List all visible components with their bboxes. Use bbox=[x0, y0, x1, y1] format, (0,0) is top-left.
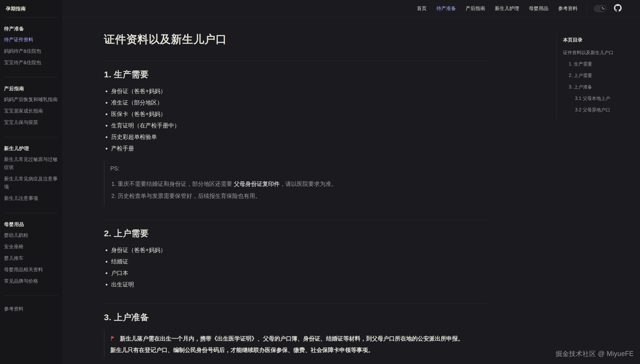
sidebar: 孕期指南 待产准备 待产证件资料 妈妈待产&住院包 宝宝待产&住院包 产后指南 … bbox=[0, 0, 62, 364]
sidebar-item-formula[interactable]: 婴幼儿奶粉 bbox=[4, 230, 58, 241]
toc-link-section-1[interactable]: 1. 生产需要 bbox=[563, 58, 628, 70]
ps-label: PS: bbox=[110, 164, 487, 173]
section-heading-2: 2. 上户需要 bbox=[104, 220, 487, 239]
sidebar-group-title: 母婴用品 bbox=[4, 221, 58, 229]
sidebar-group-title: 待产准备 bbox=[4, 25, 58, 33]
flag-quote-text: 新生儿落户需在出生一个月内，携带《出生医学证明》、父母的户口簿、身份证、结婚证等… bbox=[110, 333, 487, 355]
list-item: 历史彩超单检验单 bbox=[111, 133, 487, 141]
sidebar-item-documents[interactable]: 待产证件资料 bbox=[4, 34, 58, 46]
sidebar-item-product-resources[interactable]: 母婴用品相关资料 bbox=[4, 264, 58, 276]
section-heading-3: 3. 上户准备 bbox=[104, 304, 487, 323]
navbar: 首页 待产准备 产后指南 新生儿护理 母婴用品 参考资料 bbox=[62, 0, 640, 17]
note-strong-text: 父母身份证复印件 bbox=[234, 181, 280, 187]
ps-blockquote: PS: 重庆不需要结婚证和身份证，部分地区还需要 父母身份证复印件，请以医院要求… bbox=[104, 161, 487, 205]
list-item: 户口本 bbox=[111, 269, 487, 277]
list-item: 准生证（部分地区） bbox=[111, 98, 487, 107]
nav-divider bbox=[587, 5, 587, 12]
watermark: 掘金技术社区 @ MiyueFE bbox=[556, 349, 634, 358]
registration-needs-list: 身份证（爸爸+妈妈） 结婚证 户口本 出生证明 bbox=[104, 246, 487, 289]
list-item: 产检手册 bbox=[111, 144, 487, 153]
toc-link-section-3-2[interactable]: 3.2 父母异地户口 bbox=[563, 104, 628, 116]
sidebar-group-references: 参考资料 bbox=[4, 296, 58, 322]
sidebar-item-stroller[interactable]: 婴儿推车 bbox=[4, 253, 58, 264]
sidebar-nav: 待产准备 待产证件资料 妈妈待产&住院包 宝宝待产&住院包 产后指南 妈妈产后恢… bbox=[0, 17, 62, 322]
sidebar-item-mom-hospital-bag[interactable]: 妈妈待产&住院包 bbox=[4, 46, 58, 57]
doc-content: 证件资料以及新生儿户口 1. 生产需要 身份证（爸爸+妈妈） 准生证（部分地区）… bbox=[104, 17, 487, 364]
quote-line: 新生儿只有在登记户口、编制公民身份号码后，才能继续联办医保参保、缴费、社会保障卡… bbox=[110, 347, 374, 353]
page-outline: 本页目录 证件资料以及新生儿户口 1. 生产需要 2. 上户需要 3. 上户准备… bbox=[556, 34, 628, 119]
moon-icon bbox=[601, 6, 605, 11]
nav-link-postpartum[interactable]: 产后指南 bbox=[466, 5, 485, 12]
sidebar-item-references[interactable]: 参考资料 bbox=[4, 303, 58, 315]
sidebar-item-diseases[interactable]: 新生儿常见病症及注意事项 bbox=[4, 173, 58, 193]
nav-link-prenatal[interactable]: 待产准备 bbox=[436, 5, 456, 12]
birth-needs-list: 身份证（爸爸+妈妈） 准生证（部分地区） 医保卡（爸爸+妈妈） 生育证明（在产检… bbox=[104, 87, 487, 153]
github-link[interactable] bbox=[614, 4, 622, 13]
list-item: 生育证明（在产检手册中） bbox=[111, 121, 487, 130]
note-text: ，请以医院要求为准。 bbox=[280, 181, 337, 187]
sidebar-item-baby-hospital-bag[interactable]: 宝宝待产&住院包 bbox=[4, 57, 58, 68]
list-item: 重庆不需要结婚证和身份证，部分地区还需要 父母身份证复印件，请以医院要求为准。 bbox=[118, 180, 487, 188]
sidebar-item-baby-growth[interactable]: 宝宝居家成长指南 bbox=[4, 105, 58, 117]
sidebar-group-title: 新生儿护理 bbox=[4, 145, 58, 153]
sidebar-group-title: 产后指南 bbox=[4, 85, 58, 93]
outline-title: 本页目录 bbox=[563, 36, 628, 44]
list-item: 医保卡（爸爸+妈妈） bbox=[111, 110, 487, 118]
toc-link-page[interactable]: 证件资料以及新生儿户口 bbox=[563, 47, 628, 58]
sidebar-item-mom-recovery[interactable]: 妈妈产后恢复和哺乳指南 bbox=[4, 94, 58, 105]
list-item: 身份证（爸爸+妈妈） bbox=[111, 246, 487, 254]
nav-link-home[interactable]: 首页 bbox=[417, 5, 427, 12]
sidebar-item-baby-vaccine[interactable]: 宝宝儿保与疫苗 bbox=[4, 117, 58, 128]
list-item: 结婚证 bbox=[111, 257, 487, 266]
sidebar-group-baby-products: 母婴用品 婴幼儿奶粉 安全座椅 婴儿推车 母婴用品相关资料 常见品牌与价格 bbox=[4, 213, 58, 296]
page-title: 证件资料以及新生儿户口 bbox=[104, 33, 487, 46]
toc-link-section-3-1[interactable]: 3.1 父母本地上户 bbox=[563, 93, 628, 104]
toc-link-section-2[interactable]: 2. 上户需要 bbox=[563, 70, 628, 81]
list-item: 身份证（爸爸+妈妈） bbox=[111, 87, 487, 95]
sidebar-item-allergy[interactable]: 新生儿常见过敏原与过敏症状 bbox=[4, 154, 58, 173]
toc-link-section-3[interactable]: 3. 上户准备 bbox=[563, 81, 628, 93]
sidebar-item-brands-prices[interactable]: 常见品牌与价格 bbox=[4, 276, 58, 287]
github-icon bbox=[614, 4, 622, 13]
sidebar-item-car-seat[interactable]: 安全座椅 bbox=[4, 241, 58, 253]
ps-list: 重庆不需要结婚证和身份证，部分地区还需要 父母身份证复印件，请以医院要求为准。 … bbox=[110, 180, 487, 200]
sidebar-group-prenatal: 待产准备 待产证件资料 妈妈待产&住院包 宝宝待产&住院包 bbox=[4, 17, 58, 77]
list-item: 出生证明 bbox=[111, 280, 487, 289]
section-heading-1: 1. 生产需要 bbox=[104, 61, 487, 80]
nav-link-newborn-care[interactable]: 新生儿护理 bbox=[495, 5, 519, 12]
theme-knob bbox=[600, 6, 606, 11]
flag-blockquote: 新生儿落户需在出生一个月内，携带《出生医学证明》、父母的户口簿、身份证、结婚证等… bbox=[104, 331, 487, 358]
nav-link-references[interactable]: 参考资料 bbox=[558, 5, 578, 12]
theme-toggle[interactable] bbox=[594, 5, 606, 12]
quote-line: 新生儿落户需在出生一个月内，携带《出生医学证明》、父母的户口簿、身份证、结婚证等… bbox=[120, 335, 464, 342]
flag-icon bbox=[110, 336, 117, 342]
note-text: 重庆不需要结婚证和身份证，部分地区还需要 bbox=[118, 181, 234, 187]
note-text: 历史检查单与发票需要保管好，后续报生育保险也有用。 bbox=[118, 193, 261, 199]
site-title: 孕期指南 bbox=[0, 0, 62, 17]
list-item: 历史检查单与发票需要保管好，后续报生育保险也有用。 bbox=[118, 192, 487, 200]
nav-link-baby-products[interactable]: 母婴用品 bbox=[529, 5, 548, 12]
sidebar-group-newborn-care: 新生儿护理 新生儿常见过敏原与过敏症状 新生儿常见病症及注意事项 新生儿注意事项 bbox=[4, 137, 58, 213]
sidebar-group-postpartum: 产后指南 妈妈产后恢复和哺乳指南 宝宝居家成长指南 宝宝儿保与疫苗 bbox=[4, 77, 58, 137]
sidebar-item-newborn-notes[interactable]: 新生儿注意事项 bbox=[4, 193, 58, 204]
